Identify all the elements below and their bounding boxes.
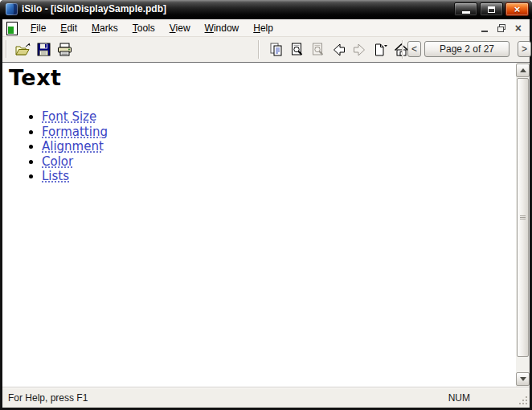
window-title: iSilo - [iSiloDisplaySample.pdb]: [22, 0, 166, 18]
app-window: iSilo - [iSiloDisplaySample.pdb] × File …: [0, 0, 532, 410]
num-lock-indicator: NUM: [448, 392, 470, 404]
toolbar-file-group: [12, 39, 75, 59]
menu-help[interactable]: Help: [246, 20, 280, 36]
back-arrow-icon: [330, 42, 347, 58]
back-button[interactable]: [328, 39, 349, 59]
close-icon: ×: [514, 3, 521, 15]
toolbar-gripper[interactable]: [6, 40, 7, 58]
document-dropdown-icon: [372, 42, 389, 58]
app-icon: [6, 3, 18, 15]
link-lists[interactable]: Lists: [42, 169, 69, 183]
find-button[interactable]: [286, 39, 307, 59]
window-controls: ×: [454, 2, 529, 16]
scroll-down-button[interactable]: [516, 372, 530, 386]
thumb-grip-icon: [520, 215, 526, 219]
mdi-window-controls: ×: [481, 23, 522, 33]
menu-tools[interactable]: Tools: [125, 20, 162, 36]
vertical-scrollbar[interactable]: [516, 63, 530, 387]
document-view: Text Font Size Formatting Alignment Colo…: [2, 62, 530, 387]
menu-edit[interactable]: Edit: [53, 20, 84, 36]
menu-window[interactable]: Window: [198, 20, 247, 36]
printer-icon: [56, 42, 73, 58]
list-item: Font Size: [42, 109, 516, 125]
maximize-icon: [488, 6, 495, 13]
print-button[interactable]: [54, 39, 75, 59]
toolbar-nav-group: [265, 39, 411, 59]
link-font-size[interactable]: Font Size: [42, 109, 96, 124]
open-folder-icon: [14, 42, 31, 58]
toolbar-separator: [402, 40, 403, 59]
close-button[interactable]: ×: [505, 2, 529, 16]
next-page-button[interactable]: >: [518, 41, 531, 57]
mdi-minimize-icon[interactable]: [481, 31, 488, 32]
mdi-restore-icon[interactable]: [497, 24, 505, 32]
menu-marks[interactable]: Marks: [84, 20, 125, 36]
link-alignment[interactable]: Alignment: [42, 139, 104, 154]
toolbar: < Page 2 of 27 >: [2, 37, 530, 62]
mdi-close-icon[interactable]: ×: [515, 23, 522, 33]
link-color[interactable]: Color: [42, 154, 73, 169]
menu-file[interactable]: File: [23, 20, 53, 36]
topic-list: Font Size Formatting Alignment Color Lis…: [9, 109, 516, 184]
document-page: Text Font Size Formatting Alignment Colo…: [2, 63, 516, 387]
menubar: File Edit Marks Tools View Window Help ×: [2, 19, 530, 37]
find-in-document-icon: [289, 42, 305, 57]
minimize-button[interactable]: [454, 2, 477, 16]
up-arrow-icon: [520, 68, 526, 72]
down-arrow-icon: [520, 377, 526, 381]
document-icon[interactable]: [6, 22, 18, 35]
find-next-button-disabled[interactable]: [307, 39, 328, 59]
status-message: For Help, press F1: [2, 392, 88, 404]
list-item: Lists: [42, 169, 516, 184]
copy-icon: [268, 42, 284, 57]
menu-view[interactable]: View: [162, 20, 198, 36]
floppy-disk-icon: [36, 42, 51, 57]
new-bookmark-button[interactable]: [370, 39, 391, 59]
list-item: Formatting: [42, 125, 516, 140]
open-button[interactable]: [12, 39, 33, 59]
list-item: Alignment: [42, 139, 516, 154]
toolbar-separator: [258, 40, 260, 59]
resize-grip[interactable]: [526, 403, 527, 404]
page-navigation: < Page 2 of 27 >: [407, 41, 531, 57]
minimize-icon: [462, 11, 470, 14]
find-next-disabled-icon: [310, 42, 325, 57]
forward-arrow-disabled-icon: [351, 42, 368, 58]
link-formatting[interactable]: Formatting: [42, 125, 108, 139]
scroll-up-button[interactable]: [516, 64, 530, 77]
copy-button[interactable]: [265, 39, 286, 59]
titlebar: iSilo - [iSiloDisplaySample.pdb] ×: [0, 0, 532, 19]
list-item: Color: [42, 154, 516, 170]
scrollbar-thumb[interactable]: [517, 78, 529, 357]
page-heading: Text: [9, 66, 516, 90]
prev-page-button[interactable]: <: [407, 41, 421, 57]
page-indicator-button[interactable]: Page 2 of 27: [424, 41, 509, 57]
save-button[interactable]: [33, 39, 54, 59]
statusbar: For Help, press F1 NUM: [2, 387, 530, 408]
forward-button-disabled[interactable]: [349, 39, 370, 59]
maximize-button[interactable]: [480, 2, 503, 16]
